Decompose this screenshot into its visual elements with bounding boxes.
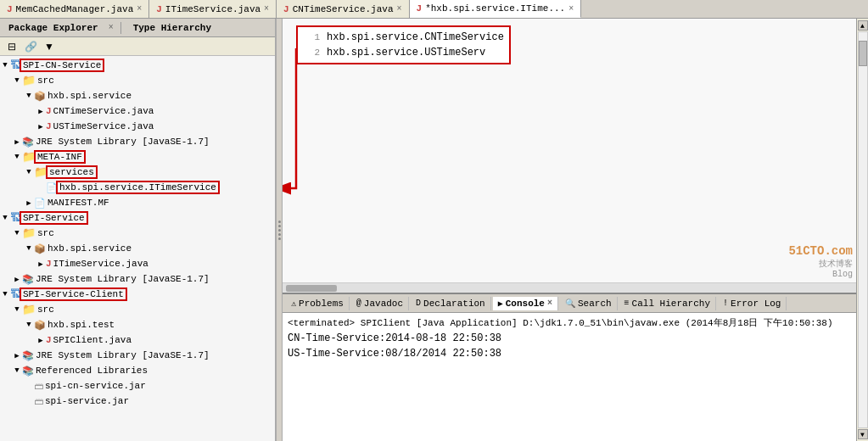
tree-item[interactable]: ▼ 🏗 SPI-Service [0, 210, 275, 226]
tree-item-label: MANIFEST.MF [46, 198, 111, 208]
scroll-up-button[interactable]: ▲ [858, 20, 868, 31]
java-file-icon: J [46, 121, 52, 131]
type-hierarchy-tab[interactable]: Type Hierarchy [128, 21, 216, 35]
bottom-tab-problems[interactable]: ⚠Problems [286, 297, 350, 310]
bottom-tab-console[interactable]: ▶Console× [493, 297, 558, 310]
java-file-icon: J [46, 335, 52, 345]
tree-arrow[interactable]: ▼ [12, 153, 22, 161]
tree-item[interactable]: ▼ 📁 src [0, 302, 275, 317]
tree-arrow[interactable]: ▶ [36, 107, 46, 116]
bottom-tab-label: Javadoc [364, 299, 403, 309]
tree-item[interactable]: ▶ J USTimeService.java [0, 119, 275, 134]
tab-close-button[interactable]: × [397, 4, 402, 14]
tab-icon: 🔍 [565, 299, 575, 309]
tab-icon: D [416, 299, 421, 308]
bottom-tab-bar: ⚠Problems@JavadocDDeclaration▶Console×🔍S… [283, 294, 856, 313]
tree-item[interactable]: ▼ 🏗 SPI-CN-Service [0, 58, 275, 73]
tab-close-button[interactable]: × [137, 4, 142, 14]
tree-item[interactable]: ▶ 📚 JRE System Library [JavaSE-1.7] [0, 271, 275, 287]
scroll-track[interactable] [858, 31, 868, 428]
top-tab[interactable]: J*hxb.spi.service.ITime...× [410, 0, 582, 18]
tree-arrow[interactable]: ▶ [12, 275, 22, 284]
tree-item-label: src [36, 304, 56, 315]
tree-item[interactable]: 🗃 spi-service.jar [0, 394, 275, 409]
tree-arrow[interactable]: ▼ [12, 76, 22, 85]
tree-arrow[interactable]: ▼ [0, 290, 10, 299]
package-explorer-tree: ▼ 🏗 SPI-CN-Service ▼ 📁 src ▼ 📦 hxb.spi.s… [0, 56, 275, 441]
tree-item[interactable]: ▼ 📁 src [0, 226, 275, 241]
project-icon: 🏗 [10, 59, 21, 72]
tree-item[interactable]: 🗃 spi-cn-service.jar [0, 378, 275, 394]
tree-item-label: SPIClient.java [52, 335, 133, 345]
bottom-tab-error-log[interactable]: !Error Log [718, 297, 787, 310]
tree-arrow[interactable]: ▶ [36, 336, 46, 345]
editor-horizontal-scrollbar[interactable] [283, 282, 856, 293]
tree-item[interactable]: ▼ 📚 Referenced Libraries [0, 363, 275, 378]
package-icon: 📦 [34, 91, 46, 102]
tree-arrow[interactable]: ▼ [12, 305, 22, 314]
tree-arrow[interactable]: ▼ [0, 61, 10, 70]
tree-item[interactable]: ▼ 📁 src [0, 73, 275, 88]
scroll-thumb[interactable] [859, 41, 867, 66]
tree-arrow[interactable]: ▼ [24, 168, 34, 176]
package-explorer-tab[interactable]: Package Explorer [3, 21, 104, 35]
top-tab[interactable]: JMemCachedManager.java× [0, 0, 149, 18]
bottom-tab-search[interactable]: 🔍Search [560, 297, 618, 310]
view-menu-button[interactable]: ▼ [41, 39, 58, 54]
tree-arrow[interactable]: ▼ [12, 229, 22, 237]
tree-arrow[interactable]: ▶ [36, 260, 46, 269]
bottom-tab-javadoc[interactable]: @Javadoc [351, 297, 409, 310]
tree-item[interactable]: ▶ J ITimeService.java [0, 256, 275, 271]
tree-item[interactable]: ▼ 📦 hxb.spi.service [0, 241, 275, 256]
java-file-icon: J [46, 259, 52, 269]
tab-close-button[interactable]: × [547, 299, 552, 308]
tree-item[interactable]: ▼ 📁 services [0, 165, 275, 180]
tree-arrow[interactable]: ▶ [24, 198, 34, 208]
tree-arrow[interactable]: ▼ [12, 366, 22, 375]
tree-item-label: hxb.spi.service [46, 91, 133, 101]
tree-arrow[interactable]: ▼ [24, 92, 34, 100]
tree-item[interactable]: ▶ J CNTimeService.java [0, 103, 275, 119]
tree-item[interactable]: ▶ 📄 MANIFEST.MF [0, 195, 275, 210]
tree-item[interactable]: ▼ 📁 META-INF [0, 149, 275, 165]
tree-item[interactable]: ▼ 📦 hxb.spi.service [0, 88, 275, 103]
tree-arrow[interactable]: ▶ [12, 137, 22, 147]
bottom-tab-declaration[interactable]: DDeclaration [411, 297, 491, 310]
tree-arrow[interactable]: ▶ [36, 122, 46, 131]
folder-icon: 📁 [22, 150, 36, 164]
scroll-down-button[interactable]: ▼ [858, 429, 868, 439]
tree-arrow[interactable]: ▼ [24, 244, 34, 253]
top-tab-label: *hxb.spi.service.ITime... [425, 3, 565, 14]
tab-close-button[interactable]: × [568, 4, 574, 14]
console-header: <terminated> SPIClient [Java Application… [288, 316, 851, 329]
tab-icon: @ [356, 299, 361, 308]
bottom-tab-label: Error Log [731, 299, 781, 309]
tree-item[interactable]: 📄 hxb.spi.service.ITimeService [0, 180, 275, 195]
tree-arrow[interactable]: ▼ [0, 214, 10, 222]
tab-icon: ≡ [624, 299, 630, 308]
tree-item[interactable]: ▶ J SPIClient.java [0, 332, 275, 348]
collapse-all-button[interactable]: ⊟ [3, 39, 20, 54]
tree-item[interactable]: ▶ 📚 JRE System Library [JavaSE-1.7] [0, 134, 275, 149]
right-vertical-scrollbar[interactable]: ▲ ▼ [856, 19, 868, 441]
tree-arrow[interactable]: ▼ [24, 321, 34, 329]
tree-item-label: spi-service.jar [43, 396, 131, 406]
java-icon: J [417, 3, 423, 14]
top-tab[interactable]: JITimeService.java× [149, 0, 277, 18]
panel-splitter[interactable] [276, 19, 283, 441]
top-tab[interactable]: JCNTimeService.java× [277, 0, 409, 18]
library-icon: 📚 [22, 137, 34, 148]
link-with-editor-button[interactable]: 🔗 [22, 39, 39, 54]
tree-item[interactable]: ▼ 🏗 SPI-Service-Client [0, 287, 275, 302]
tree-arrow[interactable]: ▶ [12, 351, 22, 360]
tree-item[interactable]: ▶ 📚 JRE System Library [JavaSE-1.7] [0, 348, 275, 363]
tree-item[interactable]: ▼ 📦 hxb.spi.test [0, 317, 275, 332]
code-content-box: 1 hxb.spi.service.CNTimeService 2 hxb.sp… [296, 25, 511, 64]
java-icon: J [156, 4, 162, 14]
tab-close-button[interactable]: × [264, 4, 269, 14]
bottom-tab-call-hierarchy[interactable]: ≡Call Hierarchy [619, 297, 716, 310]
top-tab-bar: JMemCachedManager.java×JITimeService.jav… [0, 0, 868, 19]
package-explorer-close[interactable]: × [109, 23, 114, 32]
console-output-area: <terminated> SPIClient [Java Application… [283, 313, 856, 441]
console-lines: CN-Time-Service:2014-08-18 22:50:38US-Ti… [288, 331, 851, 361]
